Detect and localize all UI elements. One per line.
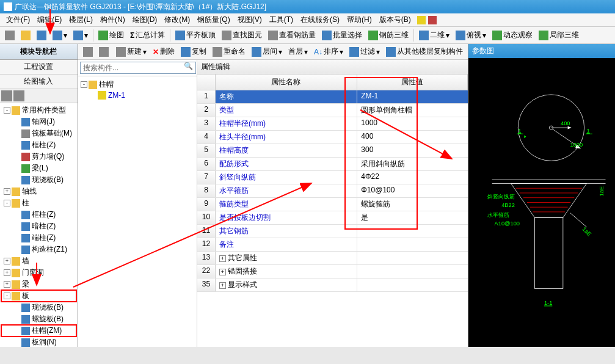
new-button[interactable]: 新建▾	[114, 45, 149, 58]
hardhat-icon[interactable]	[417, 16, 426, 24]
tree-toggle[interactable]: -	[4, 107, 10, 114]
tree-node[interactable]: -常用构件类型	[1, 104, 76, 116]
from-other-button[interactable]: 从其他楼层复制构件	[384, 45, 465, 58]
ct-icon2[interactable]	[96, 46, 111, 58]
nav-tool-2[interactable]	[13, 90, 24, 101]
menu-view[interactable]: 视图(V)	[234, 13, 266, 26]
tree-node[interactable]: 框柱(Z)	[1, 139, 76, 151]
tree-toggle[interactable]: -	[4, 200, 10, 206]
prop-row[interactable]: 12备注	[197, 238, 468, 252]
component-tree[interactable]: - 柱帽 ZM-1	[78, 76, 197, 347]
nav-tool-1[interactable]	[1, 90, 12, 101]
prop-row-value[interactable]	[357, 265, 468, 278]
tree-toggle[interactable]: +	[4, 258, 10, 264]
copy-button[interactable]: 复制	[178, 45, 209, 58]
dynview-button[interactable]: 动态观察	[490, 29, 535, 42]
tree-node[interactable]: 柱帽(ZM)	[1, 325, 76, 337]
menu-version[interactable]: 版本号(B)	[376, 13, 415, 26]
expand-toggle[interactable]: +	[219, 269, 226, 275]
search-input[interactable]	[80, 62, 196, 74]
open-button[interactable]	[18, 29, 33, 42]
tree-node[interactable]: 螺旋板(B)	[1, 313, 76, 325]
menu-floor[interactable]: 楼层(L)	[65, 13, 96, 26]
nav-project-settings[interactable]: 工程设置	[0, 60, 78, 75]
tree-node[interactable]: 构造柱(Z1)	[1, 244, 76, 255]
prop-row[interactable]: 3柱帽半径(mm)1000	[197, 117, 468, 131]
redo-button[interactable]: ▾	[71, 29, 90, 42]
tree-toggle[interactable]: +	[4, 281, 10, 288]
flag-icon[interactable]	[428, 16, 437, 24]
menu-file[interactable]: 文件(F)	[2, 13, 34, 26]
flat-button[interactable]: 平齐板顶	[173, 29, 218, 42]
nav-tree[interactable]: -常用构件类型轴网(J)筏板基础(M)框柱(Z)剪力墙(Q)梁(L)现浇板(B)…	[0, 103, 78, 347]
tree-node[interactable]: -柱	[1, 197, 76, 209]
prop-row-value[interactable]	[357, 252, 468, 264]
tree-node[interactable]: 板洞(N)	[1, 337, 76, 347]
nav-draw-input[interactable]: 绘图输入	[0, 75, 78, 89]
ct-icon1[interactable]	[81, 46, 95, 58]
prop-row[interactable]: 2类型圆形单倒角柱帽	[197, 104, 468, 117]
undo-button[interactable]: ▾	[50, 29, 70, 42]
tree-node[interactable]: 现浇板(B)	[1, 174, 76, 186]
tree-node[interactable]: 现浇板(B)	[1, 302, 76, 313]
menu-modify[interactable]: 修改(M)	[161, 13, 194, 26]
tree-node[interactable]: 剪力墙(Q)	[1, 151, 76, 162]
overlook-button[interactable]: 俯视▾	[453, 29, 489, 42]
prop-row[interactable]: 35+显示样式	[197, 278, 468, 292]
local3d-button[interactable]: 局部三维	[536, 29, 581, 42]
prop-row[interactable]: 9箍筋类型螺旋箍筋	[197, 198, 468, 211]
prop-row[interactable]: 11其它钢筋	[197, 225, 468, 238]
tree-node[interactable]: 梁(L)	[1, 162, 76, 174]
ctree-root[interactable]: - 柱帽	[81, 79, 194, 90]
filter-button[interactable]: 过滤▾	[347, 45, 382, 58]
expand-toggle[interactable]: +	[219, 282, 226, 289]
expand-toggle[interactable]: +	[219, 255, 226, 262]
new-file-button[interactable]	[2, 29, 17, 42]
2d-button[interactable]: 二维▾	[417, 29, 452, 42]
prop-row[interactable]: 1名称ZM-1	[197, 90, 468, 104]
tree-node[interactable]: 框柱(Z)	[1, 209, 76, 220]
tree-node[interactable]: +墙	[1, 255, 76, 267]
prop-row[interactable]: 8水平箍筋Φ10@100	[197, 184, 468, 198]
delete-button[interactable]: ✕ 删除	[150, 45, 177, 58]
menu-component[interactable]: 构件(N)	[96, 13, 129, 26]
tree-node[interactable]: -板	[1, 290, 76, 302]
prop-row[interactable]: 13+其它属性	[197, 252, 468, 265]
prop-row[interactable]: 7斜竖向纵筋4Φ22	[197, 171, 468, 184]
menu-tools[interactable]: 工具(T)	[266, 13, 297, 26]
menu-online[interactable]: 在线服务(S)	[297, 13, 343, 26]
prop-row[interactable]: 6配筋形式采用斜向纵筋	[197, 158, 468, 171]
tree-node[interactable]: 端柱(Z)	[1, 232, 76, 244]
menu-rebar[interactable]: 钢筋量(Q)	[194, 13, 233, 26]
rebar-3d-button[interactable]: 钢筋三维	[366, 29, 411, 42]
menu-edit[interactable]: 编辑(E)	[34, 13, 65, 26]
tree-toggle[interactable]: -	[4, 293, 10, 299]
sort-button[interactable]: A↓排序▾	[311, 45, 346, 58]
prop-row-value[interactable]	[357, 278, 468, 291]
save-button[interactable]	[34, 29, 49, 42]
prop-row-value[interactable]	[357, 238, 468, 251]
tree-node[interactable]: 暗柱(Z)	[1, 220, 76, 232]
find-primitive-button[interactable]: 查找图元	[219, 29, 264, 42]
tree-node[interactable]: +梁	[1, 278, 76, 290]
search-button[interactable]: 🔍	[184, 62, 195, 73]
find-rebar-button[interactable]: 查看钢筋量	[266, 29, 318, 42]
tree-node[interactable]: +门窗洞	[1, 267, 76, 278]
tree-toggle[interactable]: +	[4, 269, 10, 276]
floor-dropdown[interactable]: 首层 ▾	[286, 45, 310, 58]
prop-row[interactable]: 4柱头半径(mm)400	[197, 131, 468, 144]
ctree-child[interactable]: ZM-1	[81, 90, 194, 100]
tree-toggle[interactable]: +	[4, 188, 10, 195]
tree-node[interactable]: 轴网(J)	[1, 116, 76, 128]
prop-row[interactable]: 10是否按板边切割是	[197, 211, 468, 225]
menu-draw[interactable]: 绘图(D)	[129, 13, 161, 26]
batch-select-button[interactable]: 批量选择	[319, 29, 365, 42]
tree-node[interactable]: 筏板基础(M)	[1, 128, 76, 139]
draw-button[interactable]: 绘图	[96, 29, 126, 42]
sum-button[interactable]: Σ 汇总计算	[128, 29, 167, 42]
prop-row[interactable]: 5柱帽高度300	[197, 144, 468, 158]
group-button[interactable]: 层间▾	[249, 45, 285, 58]
prop-row[interactable]: 22+锚固搭接	[197, 265, 468, 278]
menu-help[interactable]: 帮助(H)	[343, 13, 376, 26]
tree-node[interactable]: +轴线	[1, 186, 76, 197]
